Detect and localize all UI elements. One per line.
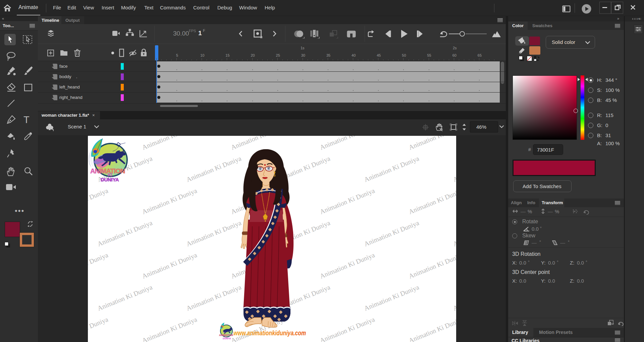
svg-text:Animation Ki Duniya: Animation Ki Duniya — [408, 251, 456, 280]
svg-text:Animation Ki Duniya: Animation Ki Duniya — [452, 219, 456, 248]
svg-text:Animation Ki Duniya: Animation Ki Duniya — [88, 316, 109, 342]
svg-text:Animation Ki Duniya: Animation Ki Duniya — [88, 251, 109, 280]
svg-text:Animation Ki Duniya: Animation Ki Duniya — [408, 136, 456, 152]
svg-text:Animation Ki Duniya: Animation Ki Duniya — [96, 219, 153, 248]
svg-text:Animation Ki Duniya: Animation Ki Duniya — [319, 316, 376, 342]
svg-text:Animation Ki Duniya: Animation Ki Duniya — [319, 251, 376, 280]
svg-text:Animation Ki Duniya: Animation Ki Duniya — [319, 136, 376, 152]
svg-text:Animation Ki Duniya: Animation Ki Duniya — [319, 187, 376, 216]
svg-text:DUNIYA: DUNIYA — [223, 337, 231, 340]
svg-text:Animation Ki Duniya: Animation Ki Duniya — [141, 187, 198, 216]
svg-text:Animation Ki Duniya: Animation Ki Duniya — [408, 187, 456, 216]
svg-text:DUNIYA: DUNIYA — [101, 177, 119, 182]
svg-text:Animation Ki Duniya: Animation Ki Duniya — [141, 136, 198, 152]
svg-text:Animation Ki Duniya: Animation Ki Duniya — [363, 283, 420, 312]
svg-text:www.animationkiduniya.com: www.animationkiduniya.com — [233, 329, 306, 337]
svg-text:Animation Ki Duniya: Animation Ki Duniya — [452, 155, 456, 184]
svg-text:Animation Ki Duniya: Animation Ki Duniya — [452, 283, 456, 312]
svg-text:Animation Ki Duniya: Animation Ki Duniya — [363, 219, 420, 248]
svg-text:Animation Ki Duniya: Animation Ki Duniya — [408, 316, 456, 342]
svg-text:Animation Ki Duniya: Animation Ki Duniya — [141, 316, 198, 342]
svg-text:Animation Ki Duniya: Animation Ki Duniya — [96, 283, 153, 312]
svg-text:Animation Ki Duniya: Animation Ki Duniya — [363, 155, 420, 184]
svg-text:Animation Ki Duniya: Animation Ki Duniya — [141, 251, 198, 280]
svg-text:Animation Ki Duniya: Animation Ki Duniya — [88, 187, 109, 216]
